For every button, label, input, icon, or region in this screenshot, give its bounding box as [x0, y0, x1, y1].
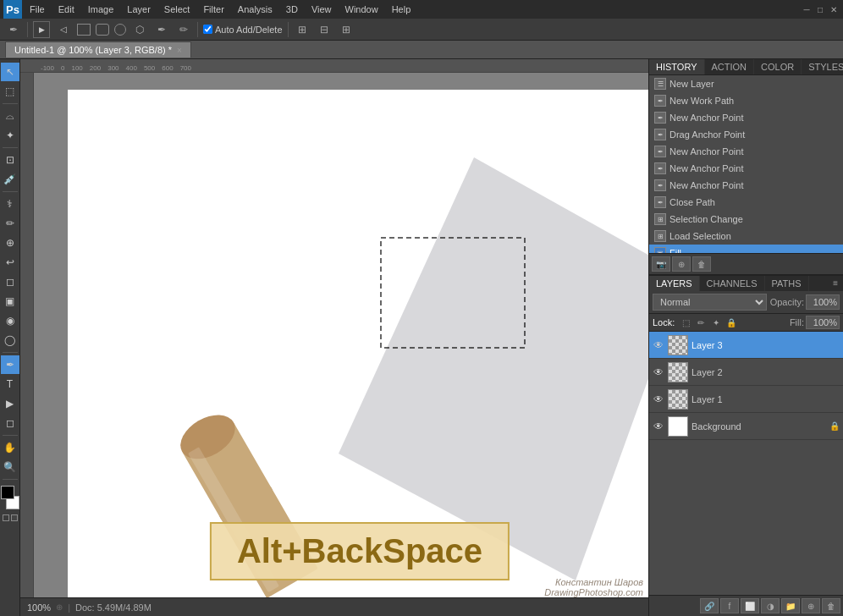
polygon-icon[interactable]: ⬡	[131, 21, 148, 38]
history-brush-tool[interactable]: ↩	[1, 253, 19, 272]
spot-heal-tool[interactable]: ⚕	[1, 195, 19, 213]
add-mask-button[interactable]: ⬜	[741, 598, 759, 613]
fill-input[interactable]	[806, 316, 840, 329]
history-item-0[interactable]: ☰ New Layer	[649, 75, 843, 92]
history-item-6[interactable]: ✒ New Anchor Point	[649, 177, 843, 194]
link-layers-button[interactable]: 🔗	[700, 598, 719, 613]
tab-channels[interactable]: CHANNELS	[700, 276, 765, 291]
menu-view[interactable]: View	[306, 3, 338, 16]
history-item-2[interactable]: ✒ New Anchor Point	[649, 109, 843, 126]
selection-tool[interactable]: ⬚	[1, 82, 19, 101]
delete-state-button[interactable]: 🗑	[692, 256, 711, 272]
pen-path-icon[interactable]: ✒	[153, 21, 170, 38]
direct-select-icon[interactable]: ◁	[55, 21, 72, 38]
menu-window[interactable]: Window	[339, 3, 384, 16]
layer-vis-0[interactable]: 👁	[653, 339, 664, 351]
pen-tool[interactable]: ✒	[1, 355, 19, 374]
menu-file[interactable]: File	[24, 3, 51, 16]
tab-layers[interactable]: LAYERS	[649, 276, 700, 291]
shape-tool[interactable]: ◻	[1, 414, 19, 432]
auto-add-delete-checkbox[interactable]: Auto Add/Delete	[203, 25, 283, 35]
canvas-area[interactable]: -100 0 100 200 300 400 500 600 700	[20, 59, 648, 616]
new-snapshot-button[interactable]: 📷	[652, 256, 670, 272]
blend-mode-select[interactable]: Normal Dissolve Multiply	[653, 294, 767, 311]
history-item-9[interactable]: ⊞ Load Selection	[649, 228, 843, 245]
freeform-pen-icon[interactable]: ✏	[175, 21, 192, 38]
foreground-color[interactable]	[1, 486, 14, 499]
layer-item-3[interactable]: 👁 Background 🔒	[649, 413, 843, 440]
hand-tool[interactable]: ✋	[1, 438, 19, 457]
layer-vis-1[interactable]: 👁	[653, 366, 664, 378]
opacity-input[interactable]	[806, 294, 840, 310]
menu-layer[interactable]: Layer	[121, 3, 157, 16]
menu-select[interactable]: Select	[158, 3, 196, 16]
magic-wand-tool[interactable]: ✦	[1, 126, 19, 145]
history-item-7[interactable]: ✒ Close Path	[649, 194, 843, 211]
lock-paint-icon[interactable]: ✏	[695, 316, 707, 328]
rect-shape-icon[interactable]	[77, 24, 91, 36]
menu-image[interactable]: Image	[82, 3, 120, 16]
history-item-5[interactable]: ✒ New Anchor Point	[649, 160, 843, 177]
maximize-button[interactable]: □	[814, 3, 826, 15]
lock-all-icon[interactable]: 🔒	[725, 316, 737, 328]
path-select-icon[interactable]: ▶	[33, 21, 50, 38]
history-item-10[interactable]: ▣ Fill	[649, 245, 843, 253]
rounded-rect-icon[interactable]	[96, 24, 109, 36]
canvas-document[interactable]: Alt+BackSpace Константин Шаров DrawingPh…	[68, 90, 648, 597]
distribute-icon[interactable]: ⊟	[316, 21, 333, 38]
lasso-tool[interactable]: ⌓	[1, 107, 19, 125]
layer-vis-3[interactable]: 👁	[653, 421, 664, 432]
delete-layer-button[interactable]: 🗑	[822, 598, 840, 613]
eyedropper-tool[interactable]: 💉	[1, 170, 19, 189]
history-item-4[interactable]: ✒ New Anchor Point	[649, 143, 843, 160]
layers-panel-menu[interactable]: ≡	[828, 276, 843, 291]
menu-analysis[interactable]: Analysis	[232, 3, 278, 16]
eraser-tool[interactable]: ◻	[1, 272, 19, 291]
history-item-8[interactable]: ⊞ Selection Change	[649, 211, 843, 228]
history-icon-6: ✒	[654, 179, 666, 191]
quick-mask-icon[interactable]	[3, 514, 9, 521]
add-group-button[interactable]: 📁	[781, 598, 800, 613]
blur-tool[interactable]: ◉	[1, 311, 19, 330]
tab-paths[interactable]: PATHS	[765, 276, 809, 291]
type-tool[interactable]: T	[1, 375, 19, 393]
layer-item-0[interactable]: 👁 Layer 3	[649, 332, 843, 359]
tab-history[interactable]: HISTORY	[649, 59, 705, 74]
document-tab[interactable]: Untitled-1 @ 100% (Layer 3, RGB/8) * ×	[5, 41, 191, 58]
lock-transparent-icon[interactable]: ⬚	[680, 316, 691, 328]
tab-styles[interactable]: STYLES	[802, 59, 843, 74]
history-item-1[interactable]: ✒ New Work Path	[649, 92, 843, 109]
new-layer-button[interactable]: ⊕	[802, 598, 820, 613]
tab-action[interactable]: ACTION	[705, 59, 755, 74]
history-item-3[interactable]: ✒ Drag Anchor Point	[649, 126, 843, 143]
layer-item-2[interactable]: 👁 Layer 1	[649, 386, 843, 413]
menu-edit[interactable]: Edit	[52, 3, 80, 16]
gradient-tool[interactable]: ▣	[1, 292, 19, 311]
ellipse-icon[interactable]	[114, 24, 126, 36]
close-button[interactable]: ✕	[828, 3, 840, 15]
menu-3d[interactable]: 3D	[280, 3, 304, 16]
brush-tool[interactable]: ✏	[1, 214, 19, 233]
menu-filter[interactable]: Filter	[197, 3, 229, 16]
tab-close-button[interactable]: ×	[177, 46, 182, 55]
tab-color[interactable]: COLOR	[754, 59, 802, 74]
zoom-tool[interactable]: 🔍	[1, 458, 19, 476]
dodge-tool[interactable]: ◯	[1, 331, 19, 349]
create-new-button[interactable]: ⊕	[672, 256, 691, 272]
layer-vis-2[interactable]: 👁	[653, 393, 664, 405]
crop-tool[interactable]: ⊡	[1, 151, 19, 169]
add-style-button[interactable]: f	[720, 598, 739, 613]
align-icon[interactable]: ⊞	[294, 21, 311, 38]
lock-position-icon[interactable]: ✦	[710, 316, 722, 328]
combine-icon[interactable]: ⊞	[338, 21, 355, 38]
auto-add-delete-input[interactable]	[203, 25, 212, 34]
path-select-tool[interactable]: ▶	[1, 394, 19, 413]
clone-tool[interactable]: ⊕	[1, 234, 19, 252]
minimize-button[interactable]: ─	[801, 3, 813, 15]
history-label-2: New Anchor Point	[669, 113, 743, 123]
screen-mode-icon[interactable]	[11, 514, 18, 521]
menu-help[interactable]: Help	[386, 3, 417, 16]
layer-item-1[interactable]: 👁 Layer 2	[649, 359, 843, 386]
move-tool[interactable]: ↖	[1, 63, 19, 81]
add-adjustment-button[interactable]: ◑	[761, 598, 780, 613]
